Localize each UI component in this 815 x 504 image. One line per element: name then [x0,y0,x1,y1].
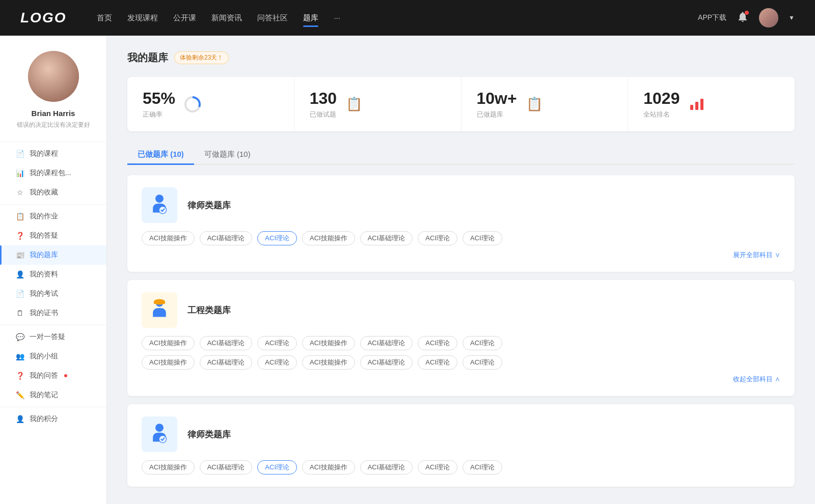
sidebar-item-notes[interactable]: ✏️ 我的笔记 [0,385,106,405]
qbank-2-tag-4[interactable]: ACI基础理论 [360,336,413,350]
qbank-icon: 📰 [15,250,24,260]
qbank-3-tag-4[interactable]: ACI基础理论 [360,460,413,474]
qbank-2-tag2-2[interactable]: ACI理论 [257,355,297,370]
qbank-1-icon-wrap [142,187,177,223]
course-icon: 📄 [15,149,24,158]
qbank-2-tag2-3[interactable]: ACI技能操作 [302,355,355,370]
group-icon: 👥 [15,352,24,361]
stat-done-banks-label: 已做题库 [477,110,517,119]
sidebar-item-my-qa[interactable]: ❓ 我的问答 [0,366,106,385]
qbank-3-tag-2[interactable]: ACI理论 [257,460,297,474]
navbar-right: APP下载 ▼ [698,8,795,27]
qbank-2-tag-0[interactable]: ACI技能操作 [142,336,195,350]
lawyer-icon-2 [147,422,172,446]
qbank-3-tag-3[interactable]: ACI技能操作 [302,460,355,474]
profile-icon: 👤 [15,270,24,279]
svg-rect-3 [695,102,698,110]
sidebar-item-one-on-one[interactable]: 💬 一对一答疑 [0,327,106,347]
sidebar-divider-3 [0,407,106,407]
sidebar-item-exam[interactable]: 📄 我的考试 [0,284,106,303]
qbank-1-tag-3[interactable]: ACI技能操作 [302,231,355,245]
qbank-3-tag-6[interactable]: ACI理论 [463,460,502,474]
nav-qa[interactable]: 问答社区 [257,11,288,25]
qbank-1-tag-2[interactable]: ACI理论 [257,231,297,245]
qbank-2-tag2-4[interactable]: ACI基础理论 [360,355,413,370]
rank-icon [688,95,706,114]
stat-accuracy-value: 55% [143,89,175,108]
sidebar-item-label: 我的考试 [30,289,58,298]
qbank-3-tag-1[interactable]: ACI基础理论 [200,460,253,474]
sidebar-item-homework[interactable]: 📋 我的作业 [0,207,106,226]
qbank-2-tag2-6[interactable]: ACI理论 [463,355,502,370]
sidebar-item-qbank[interactable]: 📰 我的题库 [0,245,106,265]
sidebar-divider-top [0,142,106,142]
sidebar-item-my-course[interactable]: 📄 我的课程 [0,144,106,163]
qbank-2-tag-1[interactable]: ACI基础理论 [200,336,253,350]
qbank-2-tag2-5[interactable]: ACI理论 [418,355,457,370]
my-qa-icon: ❓ [15,371,24,380]
sidebar-item-points[interactable]: 👤 我的积分 [0,409,106,429]
qbank-2-tag-5[interactable]: ACI理论 [418,336,457,350]
sidebar-user-motto: 错误的决定比没有决定要好 [12,121,95,129]
qbank-1-tag-1[interactable]: ACI基础理论 [200,231,253,245]
qbank-card-3: 律师类题库 ACI技能操作 ACI基础理论 ACI理论 ACI技能操作 ACI基… [127,404,795,487]
nav-links: 首页 发现课程 公开课 新闻资讯 问答社区 题库 ··· [97,11,677,25]
user-avatar[interactable] [759,8,778,27]
svg-rect-4 [700,99,703,110]
sidebar-item-label: 我的资料 [30,270,58,279]
nav-news[interactable]: 新闻资讯 [211,11,242,25]
sidebar-item-group[interactable]: 👥 我的小组 [0,347,106,366]
nav-home[interactable]: 首页 [97,11,112,25]
sidebar-item-answer[interactable]: ❓ 我的答疑 [0,226,106,245]
qbank-1-tag-5[interactable]: ACI理论 [418,231,457,245]
done-banks-icon: 📋 [525,95,544,114]
qbank-3-tag-0[interactable]: ACI技能操作 [142,460,195,474]
one-on-one-icon: 💬 [15,332,24,342]
qbank-1-title: 律师类题库 [187,200,231,211]
qbank-2-title: 工程类题库 [187,304,231,316]
tab-done[interactable]: 已做题库 (10) [127,146,194,165]
tab-available[interactable]: 可做题库 (10) [194,146,261,165]
sidebar-user-name: Brian Harris [32,109,75,118]
qbank-2-tag2-1[interactable]: ACI基础理论 [200,355,253,370]
homework-icon: 📋 [15,212,24,221]
donut-chart-icon [183,95,202,114]
qbank-card-2: 工程类题库 ACI技能操作 ACI基础理论 ACI理论 ACI技能操作 ACI基… [127,280,795,396]
user-menu-chevron[interactable]: ▼ [789,14,795,21]
nav-more[interactable]: ··· [334,11,340,25]
qbank-3-tag-5[interactable]: ACI理论 [418,460,457,474]
notes-icon: ✏️ [15,390,24,400]
sidebar-user-avatar[interactable] [28,51,79,102]
sidebar-item-label: 一对一答疑 [30,332,65,342]
stat-done-banks-value: 10w+ [477,89,517,108]
sidebar-item-label: 我的小组 [30,352,58,361]
stat-rank: 1029 全站排名 [628,77,795,131]
qbank-2-tag-3[interactable]: ACI技能操作 [302,336,355,350]
course-pack-icon: 📊 [15,169,24,178]
nav-open-course[interactable]: 公开课 [173,11,196,25]
sidebar-item-collection[interactable]: ☆ 我的收藏 [0,183,106,202]
trial-badge: 体验剩余23天！ [174,51,229,64]
logo[interactable]: LOGO [20,10,66,26]
sidebar-item-certificate[interactable]: 🗒 我的证书 [0,303,106,323]
points-icon: 👤 [15,414,24,424]
qbank-1-tag-6[interactable]: ACI理论 [463,231,502,245]
sidebar-divider-1 [0,204,106,205]
app-download-button[interactable]: APP下载 [698,13,726,22]
qbank-1-expand-link[interactable]: 展开全部科目 ∨ [733,250,780,260]
sidebar-item-profile[interactable]: 👤 我的资料 [0,265,106,284]
qbank-card-1: 律师类题库 ACI技能操作 ACI基础理论 ACI理论 ACI技能操作 ACI基… [127,175,795,272]
nav-qbank[interactable]: 题库 [303,11,318,25]
svg-rect-2 [690,105,693,110]
qbank-1-tag-0[interactable]: ACI技能操作 [142,231,195,245]
qbank-3-icon-wrap [142,416,177,452]
qbank-2-tag-6[interactable]: ACI理论 [463,336,502,350]
sidebar-item-course-pack[interactable]: 📊 我的课程包... [0,163,106,183]
qbank-2-tag2-0[interactable]: ACI技能操作 [142,355,195,370]
qbank-2-collapse-link[interactable]: 收起全部科目 ∧ [733,375,780,384]
qbank-2-tag-2[interactable]: ACI理论 [257,336,297,350]
qbank-1-footer: 展开全部科目 ∨ [142,250,780,260]
notification-bell[interactable] [737,11,749,25]
qbank-1-tag-4[interactable]: ACI基础理论 [360,231,413,245]
nav-discover[interactable]: 发现课程 [127,11,158,25]
